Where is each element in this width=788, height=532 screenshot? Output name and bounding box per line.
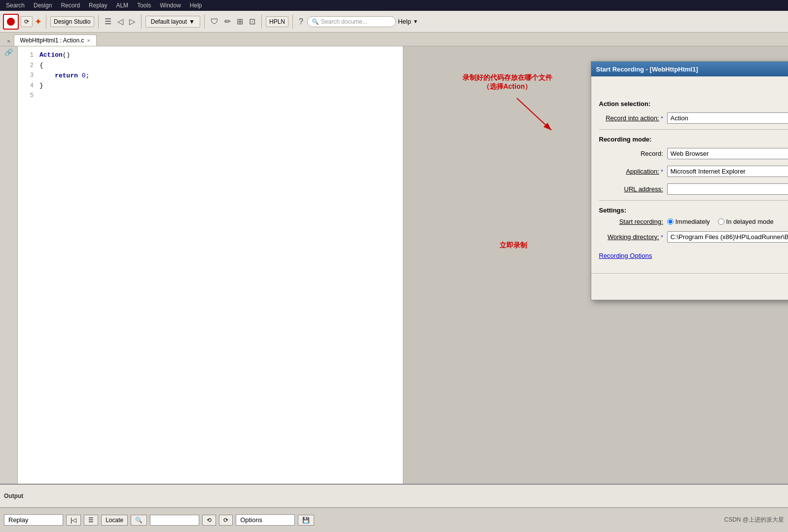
url-input[interactable] bbox=[667, 183, 788, 195]
bottom-back-btn[interactable]: ⟲ bbox=[202, 515, 216, 526]
menu-help[interactable]: Help bbox=[186, 1, 206, 10]
tab-close-icon[interactable]: × bbox=[87, 37, 90, 43]
record-button[interactable] bbox=[3, 14, 19, 30]
next-icon[interactable]: ▷ bbox=[127, 16, 137, 27]
bottom-search-input[interactable] bbox=[150, 515, 199, 526]
left-panel-icon-1[interactable]: 🔗 bbox=[4, 48, 13, 56]
divider-2 bbox=[599, 200, 788, 201]
bottom-fwd-btn[interactable]: ⟳ bbox=[219, 515, 233, 526]
dialog-footer: Start Recording Cancel bbox=[591, 273, 788, 300]
square-icon[interactable]: ⊡ bbox=[247, 16, 257, 27]
code-line-5: 5 bbox=[18, 91, 403, 101]
options-select[interactable]: Options bbox=[236, 514, 295, 526]
help-arrow-icon[interactable]: ▼ bbox=[413, 19, 418, 24]
annotation-immediate: 立即录制 bbox=[500, 241, 527, 250]
dialog-title: Start Recording - [WebHttpHtml1] bbox=[596, 66, 698, 73]
main-content: 🔗 1 Action() 2 { 3 return 0; 4 } 5 bbox=[0, 46, 788, 484]
locate-btn[interactable]: Locate bbox=[101, 515, 128, 526]
action-selection-label: Action selection: bbox=[599, 100, 788, 107]
code-line-4: 4 } bbox=[18, 81, 403, 91]
menu-replay[interactable]: Replay bbox=[85, 1, 111, 10]
close-side-btn[interactable]: × bbox=[4, 36, 14, 46]
grid-icon[interactable]: ⊞ bbox=[235, 16, 245, 27]
default-layout-btn[interactable]: Default layout ▼ bbox=[145, 16, 200, 28]
menu-search[interactable]: Search bbox=[2, 1, 29, 10]
code-line-1: 1 Action() bbox=[18, 50, 403, 61]
record-into-action-label: Record into action: * bbox=[599, 114, 663, 122]
indent-icon[interactable]: ☰ bbox=[103, 16, 113, 27]
code-line-2: 2 { bbox=[18, 61, 403, 71]
watermark: CSDN @上进的派大星 bbox=[724, 516, 784, 524]
application-row: Application: * Microsoft Internet Explor… bbox=[599, 165, 788, 177]
application-select[interactable]: Microsoft Internet Explorer bbox=[667, 166, 788, 177]
annotation-file: 录制好的代码存放在哪个文件 （选择Action） bbox=[463, 73, 552, 91]
immediately-label: Immediately bbox=[676, 218, 710, 225]
bottom-list-btn[interactable]: ☰ bbox=[84, 515, 98, 526]
start-recording-row: Start recording: Immediately In delayed … bbox=[599, 218, 788, 225]
code-line-3: 3 return 0; bbox=[18, 71, 403, 81]
divider-1 bbox=[599, 129, 788, 130]
pencil-icon[interactable]: ✏ bbox=[222, 16, 233, 27]
settings-label: Settings: bbox=[599, 207, 788, 214]
record-icon bbox=[7, 18, 15, 26]
delayed-label: In delayed mode bbox=[726, 218, 774, 225]
replay-select[interactable]: Replay bbox=[4, 514, 63, 526]
url-input-wrap: ▼ bbox=[667, 182, 788, 195]
tab-action[interactable]: WebHttpHtml1 : Action.c × bbox=[14, 35, 97, 46]
recording-options-link[interactable]: Recording Options bbox=[599, 252, 652, 259]
chevron-down-icon: ▼ bbox=[189, 18, 195, 25]
radio-group: Immediately In delayed mode bbox=[667, 218, 788, 225]
immediately-radio[interactable]: Immediately bbox=[667, 218, 710, 225]
url-label: URL address: bbox=[599, 185, 663, 193]
record-into-action-select[interactable]: Action bbox=[667, 112, 788, 124]
application-select-wrap: Microsoft Internet Explorer ▼ bbox=[667, 165, 788, 177]
toolbar-action-icon[interactable]: ✦ bbox=[35, 16, 42, 27]
separator-5 bbox=[261, 15, 262, 29]
menu-design[interactable]: Design bbox=[30, 1, 56, 10]
question-icon[interactable]: ? bbox=[297, 16, 305, 27]
search-bottom-btn[interactable]: 🔍 bbox=[131, 515, 147, 526]
menu-record[interactable]: Record bbox=[57, 1, 84, 10]
record-select[interactable]: Web Browser bbox=[667, 148, 788, 159]
right-area: 录制好的代码存放在哪个文件 （选择Action） 使用web浏览器 浏览器选择 … bbox=[403, 46, 788, 484]
separator-2 bbox=[98, 15, 99, 29]
separator-1 bbox=[46, 15, 46, 29]
shield-icon[interactable]: 🛡 bbox=[209, 16, 220, 27]
prev-icon[interactable]: ◁ bbox=[115, 16, 125, 27]
working-dir-input[interactable] bbox=[667, 231, 788, 243]
left-panel: 🔗 bbox=[0, 46, 18, 484]
dialog-content: Fewer Options Action selection: Record i… bbox=[591, 76, 788, 269]
tab-label: WebHttpHtml1 : Action.c bbox=[20, 37, 84, 44]
toolbar: ⟳ ✦ Design Studio ☰ ◁ ▷ Default layout ▼… bbox=[0, 11, 788, 33]
recording-mode-label: Recording mode: bbox=[599, 136, 788, 143]
menu-window[interactable]: Window bbox=[156, 1, 185, 10]
search-placeholder: Search docume... bbox=[321, 18, 367, 25]
menu-tools[interactable]: Tools bbox=[133, 1, 155, 10]
design-studio-btn[interactable]: Design Studio bbox=[50, 16, 94, 27]
code-area[interactable]: 1 Action() 2 { 3 return 0; 4 } 5 bbox=[18, 46, 403, 484]
bottom-prev-btn[interactable]: |◁ bbox=[66, 515, 81, 526]
working-directory-row: Working directory: * ▼ … bbox=[599, 230, 788, 243]
working-directory-label: Working directory: * bbox=[599, 233, 663, 241]
record-into-action-row: Record into action: * Action ▼ bbox=[599, 111, 788, 124]
working-dir-select-wrap: ▼ bbox=[667, 230, 788, 243]
url-row: URL address: ▼ bbox=[599, 182, 788, 195]
separator-3 bbox=[141, 15, 142, 29]
search-icon: 🔍 bbox=[312, 18, 319, 25]
hpln-label[interactable]: HPLN bbox=[266, 16, 288, 27]
default-layout-label: Default layout bbox=[151, 18, 187, 25]
tab-bar: × WebHttpHtml1 : Action.c × bbox=[0, 33, 788, 46]
start-recording-label: Start recording: bbox=[599, 218, 663, 225]
help-label[interactable]: Help bbox=[398, 18, 411, 25]
search-box[interactable]: 🔍 Search docume... bbox=[307, 16, 396, 27]
toolbar-btn-1[interactable]: ⟳ bbox=[21, 16, 33, 27]
record-into-action-select-wrap: Action ▼ bbox=[667, 111, 788, 124]
application-label: Application: * bbox=[599, 168, 663, 175]
menu-alm[interactable]: ALM bbox=[112, 1, 132, 10]
bottom-bar: Replay |◁ ☰ Locate 🔍 ⟲ ⟳ Options 💾 CSDN … bbox=[0, 507, 788, 532]
record-row: Record: Web Browser ▼ bbox=[599, 147, 788, 160]
delayed-radio[interactable]: In delayed mode bbox=[718, 218, 774, 225]
menu-bar: Search Design Record Replay ALM Tools Wi… bbox=[0, 0, 788, 11]
separator-4 bbox=[204, 15, 205, 29]
save-btn[interactable]: 💾 bbox=[298, 515, 314, 526]
